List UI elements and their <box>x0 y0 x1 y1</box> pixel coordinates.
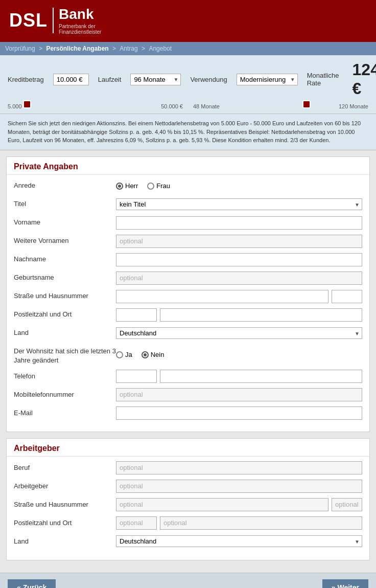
ag-strasse-input[interactable] <box>116 498 328 511</box>
beruf-input[interactable] <box>116 461 362 474</box>
kreditbetrag-max: 50.000 € <box>161 103 183 109</box>
beruf-control <box>116 461 362 474</box>
kreditbetrag-slider-labels: 5.000 € 50.000 € <box>8 103 183 109</box>
ag-land-row: Land Deutschland Österreich Schweiz <box>14 534 362 549</box>
laufzeit-slider-thumb[interactable] <box>302 100 311 108</box>
telefon-label: Telefon <box>14 372 116 381</box>
kreditbetrag-slider-thumb[interactable] <box>23 100 31 108</box>
anrede-frau-label[interactable]: Frau <box>147 182 170 190</box>
ort-input[interactable] <box>160 308 362 322</box>
weitere-vornamen-input[interactable] <box>116 235 362 248</box>
mobil-input[interactable] <box>116 388 362 401</box>
laufzeit-select-wrapper[interactable]: 96 Monate 60 Monate 120 Monate <box>130 74 181 85</box>
geburtsname-input[interactable] <box>116 272 362 285</box>
header: DSL Bank Partnerbank derFinanzdienstleis… <box>0 0 376 42</box>
titel-label: Titel <box>14 199 116 209</box>
wohnsitz-nein-radio[interactable] <box>142 351 149 358</box>
land-select-wrapper[interactable]: Deutschland Österreich Schweiz <box>116 327 362 339</box>
ag-hausnr-input[interactable] <box>332 498 362 511</box>
verwendung-select-wrapper[interactable]: Modernisierung Urlaub Auto <box>237 74 298 85</box>
nachname-label: Nachname <box>14 255 116 264</box>
plz-row: Postleitzahl und Ort <box>14 308 362 322</box>
weitere-vornamen-control <box>116 235 362 248</box>
wohnsitz-nein-label[interactable]: Nein <box>142 351 165 358</box>
strasse-label: Straße und Hausnummer <box>14 291 116 301</box>
verwendung-select[interactable]: Modernisierung Urlaub Auto <box>237 74 298 85</box>
anrede-frau-radio[interactable] <box>147 183 154 190</box>
verwendung-label: Verwendung <box>190 76 227 83</box>
strasse-row: Straße und Hausnummer <box>14 289 362 304</box>
beruf-row: Beruf <box>14 461 362 475</box>
vorname-control <box>116 216 362 230</box>
kreditbetrag-label: Kreditbetrag <box>8 76 44 83</box>
nein-text: Nein <box>151 351 165 358</box>
vorname-input[interactable] <box>116 216 362 230</box>
wohnsitz-ja-radio[interactable] <box>116 351 123 358</box>
logo-dsl: DSL <box>9 10 48 31</box>
info-text: Sichern Sie sich jetzt den niedrigen Akt… <box>0 114 376 150</box>
kreditbetrag-value[interactable]: 10.000 € <box>53 74 89 85</box>
nachname-row: Nachname <box>14 253 362 267</box>
land-label: Land <box>14 328 116 337</box>
titel-control: kein Titel Dr. Prof. <box>116 198 362 210</box>
arbeitgeber-input[interactable] <box>116 480 362 493</box>
private-section-body: Anrede Herr Frau Titel <box>7 175 369 432</box>
breadcrumb-item-angebot[interactable]: Angebot <box>149 45 172 52</box>
kreditbetrag-slider-group: 5.000 € 50.000 € <box>8 102 183 109</box>
wohnsitz-control: Ja Nein <box>116 351 362 358</box>
ag-plz-input[interactable] <box>116 516 157 530</box>
herr-text: Herr <box>125 182 138 190</box>
main-content: Private Angaben Anrede Herr Frau <box>0 150 376 573</box>
land-select[interactable]: Deutschland Österreich Schweiz <box>116 327 362 339</box>
breadcrumb-item-persoenliche[interactable]: Persönliche Angaben <box>46 45 108 52</box>
email-row: E-Mail <box>14 406 362 420</box>
titel-select-wrapper[interactable]: kein Titel Dr. Prof. <box>116 198 362 210</box>
ag-land-select-wrapper[interactable]: Deutschland Österreich Schweiz <box>116 535 362 547</box>
land-row: Land Deutschland Österreich Schweiz <box>14 326 362 341</box>
rate-value: 124 € <box>353 60 376 98</box>
breadcrumb-item-antrag[interactable]: Antrag <box>120 45 137 52</box>
wohnsitz-label: Der Wohnsitz hat sich die letzten 3 Jahr… <box>14 345 116 365</box>
back-button[interactable]: « Zurück <box>8 579 56 588</box>
telefon-nummer-input[interactable] <box>160 370 362 383</box>
mobil-control <box>116 388 362 401</box>
logo-bank: Bank <box>59 6 101 22</box>
private-section-title: Private Angaben <box>7 157 369 175</box>
ag-land-select[interactable]: Deutschland Österreich Schweiz <box>116 535 362 547</box>
telefon-vorwahl-input[interactable] <box>116 370 157 383</box>
ja-text: Ja <box>125 351 132 358</box>
private-section: Private Angaben Anrede Herr Frau <box>6 156 370 432</box>
laufzeit-select[interactable]: 96 Monate 60 Monate 120 Monate <box>130 74 181 85</box>
hausnr-input[interactable] <box>332 290 362 303</box>
ag-plz-label: Postleitzahl und Ort <box>14 518 116 528</box>
weitere-vornamen-row: Weitere Vornamen <box>14 234 362 248</box>
anrede-label: Anrede <box>14 181 116 190</box>
plz-input[interactable] <box>116 308 157 322</box>
mobil-label: Mobiltelefonnummer <box>14 390 116 399</box>
anrede-herr-radio[interactable] <box>116 183 123 190</box>
arbeitgeber-row: Arbeitgeber <box>14 479 362 493</box>
bottom-nav: « Zurück » Weiter <box>0 573 376 588</box>
arbeitgeber-section-body: Beruf Arbeitgeber Straße und Hausnummer <box>7 457 369 560</box>
laufzeit-slider-labels: 48 Monate 120 Monate <box>193 103 368 109</box>
laufzeit-min: 48 Monate <box>193 103 220 109</box>
nachname-input[interactable] <box>116 253 362 266</box>
arbeitgeber-section: Arbeitgeber Beruf Arbeitgeber Straße und… <box>6 438 370 560</box>
forward-button[interactable]: » Weiter <box>322 579 368 588</box>
sliders-row: 5.000 € 50.000 € 48 Monate 120 Monate <box>8 102 368 109</box>
land-control: Deutschland Österreich Schweiz <box>116 327 362 339</box>
strasse-input[interactable] <box>116 290 328 303</box>
ag-strasse-control <box>116 498 362 511</box>
anrede-herr-label[interactable]: Herr <box>116 182 138 190</box>
wohnsitz-ja-label[interactable]: Ja <box>116 351 132 358</box>
mobil-row: Mobiltelefonnummer <box>14 388 362 402</box>
strasse-control <box>116 290 362 303</box>
ag-ort-input[interactable] <box>160 516 362 530</box>
breadcrumb-item-vorpruefung[interactable]: Vorprüfung <box>5 45 35 52</box>
email-input[interactable] <box>116 406 362 420</box>
ag-plz-row: Postleitzahl und Ort <box>14 516 362 530</box>
ag-plz-control <box>116 516 362 530</box>
titel-select[interactable]: kein Titel Dr. Prof. <box>116 198 362 210</box>
beruf-label: Beruf <box>14 463 116 472</box>
vorname-label: Vorname <box>14 218 116 227</box>
